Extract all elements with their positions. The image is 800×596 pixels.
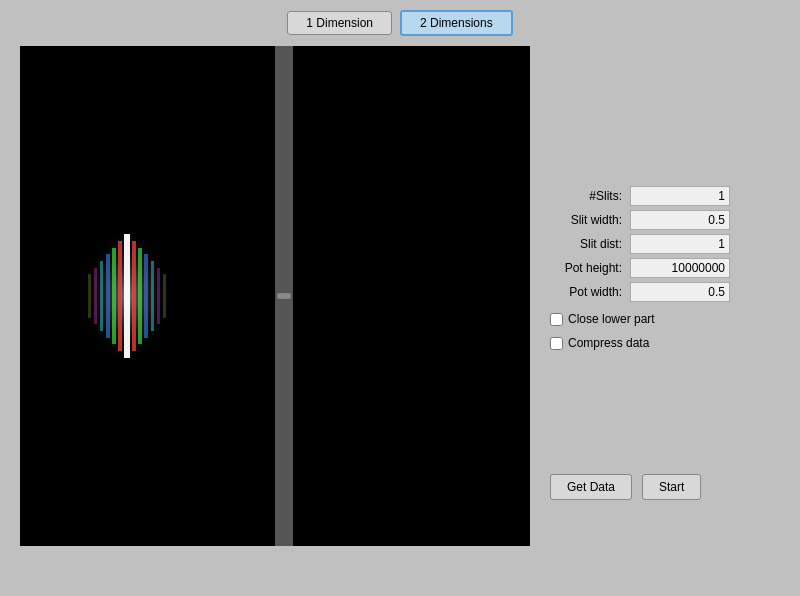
controls-panel: #Slits: Slit width: Slit dist: Pot heigh… <box>550 46 780 594</box>
slits-input[interactable] <box>630 186 730 206</box>
btn-1dimension[interactable]: 1 Dimension <box>287 11 392 35</box>
main-content: #Slits: Slit width: Slit dist: Pot heigh… <box>0 46 800 594</box>
svg-rect-13 <box>163 274 166 318</box>
pot-width-input[interactable] <box>630 282 730 302</box>
pot-height-input[interactable] <box>630 258 730 278</box>
divider-handle <box>277 293 291 299</box>
svg-rect-10 <box>94 268 97 324</box>
get-data-button[interactable]: Get Data <box>550 474 632 500</box>
compress-label: Compress data <box>568 336 649 350</box>
close-lower-checkbox[interactable] <box>550 313 563 326</box>
svg-rect-7 <box>144 254 148 338</box>
canvas-right <box>293 46 530 546</box>
pot-width-label: Pot width: <box>550 285 630 299</box>
slit-width-row: Slit width: <box>550 210 780 230</box>
slit-width-input[interactable] <box>630 210 730 230</box>
canvas-area <box>20 46 530 546</box>
slit-dist-label: Slit dist: <box>550 237 630 251</box>
slit-width-label: Slit width: <box>550 213 630 227</box>
start-button[interactable]: Start <box>642 474 701 500</box>
canvas-divider[interactable] <box>275 46 293 546</box>
action-buttons: Get Data Start <box>550 474 780 500</box>
close-lower-label: Close lower part <box>568 312 655 326</box>
svg-rect-4 <box>112 248 116 344</box>
svg-rect-12 <box>88 274 91 318</box>
slits-label: #Slits: <box>550 189 630 203</box>
svg-rect-1 <box>124 234 130 358</box>
compress-checkbox[interactable] <box>550 337 563 350</box>
svg-rect-2 <box>118 241 122 351</box>
pot-height-label: Pot height: <box>550 261 630 275</box>
slits-row: #Slits: <box>550 186 780 206</box>
toolbar: 1 Dimension 2 Dimensions <box>0 0 800 46</box>
close-lower-row: Close lower part <box>550 312 780 326</box>
slit-dist-row: Slit dist: <box>550 234 780 254</box>
slit-dist-input[interactable] <box>630 234 730 254</box>
svg-rect-6 <box>106 254 110 338</box>
btn-2dimensions[interactable]: 2 Dimensions <box>400 10 513 36</box>
svg-rect-8 <box>100 261 103 331</box>
svg-rect-11 <box>157 268 160 324</box>
canvas-left <box>20 46 275 546</box>
compress-row: Compress data <box>550 336 780 350</box>
svg-rect-3 <box>132 241 136 351</box>
pot-height-row: Pot height: <box>550 258 780 278</box>
diffraction-pattern <box>77 216 177 376</box>
svg-rect-9 <box>151 261 154 331</box>
pot-width-row: Pot width: <box>550 282 780 302</box>
svg-rect-5 <box>138 248 142 344</box>
